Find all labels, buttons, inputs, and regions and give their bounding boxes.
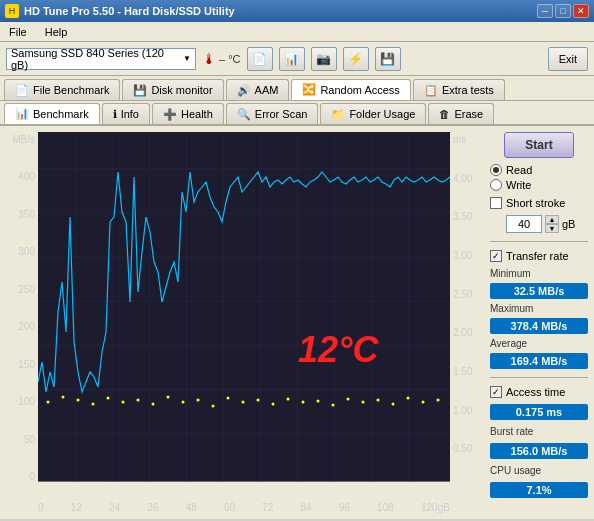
svg-point-44 [437, 399, 440, 402]
file-benchmark-icon: 📄 [15, 84, 29, 97]
drive-selector[interactable]: Samsung SSD 840 Series (120 gB) ▼ [6, 48, 196, 70]
toolbar-btn-1[interactable]: 📄 [247, 47, 273, 71]
transfer-rate-checkbox[interactable]: ✓ Transfer rate [490, 250, 588, 262]
spin-down[interactable]: ▼ [545, 224, 559, 233]
window-controls: ─ □ ✕ [537, 4, 589, 18]
svg-point-20 [77, 399, 80, 402]
toolbar-btn-5[interactable]: 💾 [375, 47, 401, 71]
app-icon: H [5, 4, 19, 18]
svg-point-30 [227, 397, 230, 400]
cpu-usage-label: CPU usage [490, 465, 588, 476]
tab-aam[interactable]: 🔊 AAM [226, 79, 290, 100]
svg-point-32 [257, 399, 260, 402]
y-axis-left: MB/s 400 350 300 250 200 150 100 50 0 [8, 132, 38, 500]
tab-file-benchmark[interactable]: 📄 File Benchmark [4, 79, 120, 100]
start-button[interactable]: Start [504, 132, 574, 158]
transfer-rate-box[interactable]: ✓ [490, 250, 502, 262]
tab-random-access[interactable]: 🔀 Random Access [291, 79, 410, 100]
x-axis-labels: 0 12 24 36 48 60 72 84 96 108 120gB [8, 500, 480, 513]
error-scan-icon: 🔍 [237, 108, 251, 121]
extra-tests-icon: 📋 [424, 84, 438, 97]
tab-error-scan[interactable]: 🔍 Error Scan [226, 103, 319, 124]
divider-1 [490, 241, 588, 242]
temperature-display: 🌡 – °C [202, 51, 241, 67]
svg-point-42 [407, 397, 410, 400]
chart-canvas-wrapper: 12°C [38, 132, 450, 500]
disk-monitor-icon: 💾 [133, 84, 147, 97]
access-time-value: 0.175 ms [490, 404, 588, 420]
toolbar-btn-3[interactable]: 📷 [311, 47, 337, 71]
divider-2 [490, 377, 588, 378]
tab-benchmark[interactable]: 📊 Benchmark [4, 103, 100, 124]
short-stroke-checkbox[interactable]: Short stroke [490, 197, 588, 209]
svg-point-27 [182, 401, 185, 404]
radio-group: Read Write [490, 164, 588, 191]
maximize-button[interactable]: □ [555, 4, 571, 18]
minimum-label: Minimum [490, 268, 588, 279]
title-bar: H HD Tune Pro 5.50 - Hard Disk/SSD Utili… [0, 0, 594, 22]
folder-usage-icon: 📁 [331, 108, 345, 121]
svg-point-29 [212, 405, 215, 408]
info-icon: ℹ [113, 108, 117, 121]
menu-file[interactable]: File [5, 25, 31, 39]
random-access-icon: 🔀 [302, 83, 316, 96]
main-content: MB/s 400 350 300 250 200 150 100 50 0 [0, 126, 594, 519]
svg-point-33 [272, 403, 275, 406]
svg-point-28 [197, 399, 200, 402]
short-stroke-box[interactable] [490, 197, 502, 209]
benchmark-icon: 📊 [15, 107, 29, 120]
tabs-row1: 📄 File Benchmark 💾 Disk monitor 🔊 AAM 🔀 … [0, 76, 594, 101]
toolbar-btn-4[interactable]: ⚡ [343, 47, 369, 71]
stats-section: Minimum 32.5 MB/s Maximum 378.4 MB/s Ave… [490, 268, 588, 369]
svg-point-34 [287, 398, 290, 401]
close-button[interactable]: ✕ [573, 4, 589, 18]
svg-point-36 [317, 400, 320, 403]
minimum-value: 32.5 MB/s [490, 283, 588, 299]
access-time-checkbox[interactable]: ✓ Access time [490, 386, 588, 398]
svg-point-22 [107, 397, 110, 400]
svg-point-40 [377, 399, 380, 402]
radio-read[interactable]: Read [490, 164, 588, 176]
minimize-button[interactable]: ─ [537, 4, 553, 18]
tab-disk-monitor[interactable]: 💾 Disk monitor [122, 79, 223, 100]
radio-write[interactable]: Write [490, 179, 588, 191]
radio-write-circle[interactable] [490, 179, 502, 191]
tab-erase[interactable]: 🗑 Erase [428, 103, 494, 124]
health-icon: ➕ [163, 108, 177, 121]
svg-point-23 [122, 401, 125, 404]
svg-point-39 [362, 401, 365, 404]
average-value: 169.4 MB/s [490, 353, 588, 369]
spin-buttons: ▲ ▼ [545, 215, 559, 233]
menu-help[interactable]: Help [41, 25, 72, 39]
maximum-value: 378.4 MB/s [490, 318, 588, 334]
menu-bar: File Help [0, 22, 594, 42]
svg-point-38 [347, 398, 350, 401]
chart-svg: 12°C [38, 132, 450, 500]
erase-icon: 🗑 [439, 108, 450, 120]
cpu-usage-value: 7.1% [490, 482, 588, 498]
svg-point-35 [302, 401, 305, 404]
temperature-text: 12°C [298, 329, 379, 370]
spin-up[interactable]: ▲ [545, 215, 559, 224]
tab-info[interactable]: ℹ Info [102, 103, 150, 124]
tab-extra-tests[interactable]: 📋 Extra tests [413, 79, 505, 100]
maximum-label: Maximum [490, 303, 588, 314]
tab-folder-usage[interactable]: 📁 Folder Usage [320, 103, 426, 124]
tabs-row2: 📊 Benchmark ℹ Info ➕ Health 🔍 Error Scan… [0, 101, 594, 126]
svg-point-37 [332, 404, 335, 407]
access-time-box[interactable]: ✓ [490, 386, 502, 398]
svg-point-31 [242, 401, 245, 404]
tab-health[interactable]: ➕ Health [152, 103, 224, 124]
svg-point-21 [92, 403, 95, 406]
chart-area: MB/s 400 350 300 250 200 150 100 50 0 [0, 126, 484, 519]
svg-point-26 [167, 396, 170, 399]
thermometer-icon: 🌡 [202, 51, 216, 67]
radio-read-circle[interactable] [490, 164, 502, 176]
burst-rate-value: 156.0 MB/s [490, 443, 588, 459]
svg-point-41 [392, 403, 395, 406]
svg-point-18 [47, 401, 50, 404]
svg-rect-0 [38, 132, 450, 482]
exit-button[interactable]: Exit [548, 47, 588, 71]
gb-input[interactable] [506, 215, 542, 233]
toolbar-btn-2[interactable]: 📊 [279, 47, 305, 71]
